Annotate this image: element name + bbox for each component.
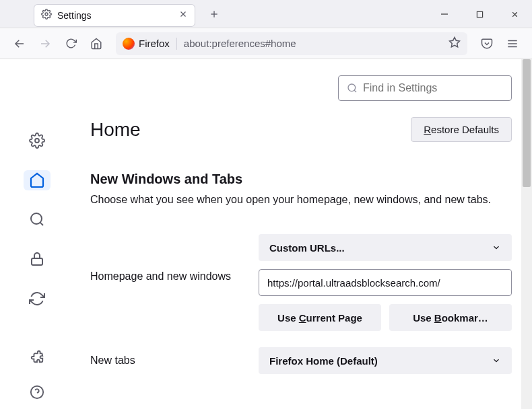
use-bookmark-button[interactable]: Use Bookmar… (389, 304, 512, 331)
minimize-button[interactable] (427, 0, 462, 28)
app-menu-button[interactable] (501, 32, 524, 55)
find-input[interactable] (363, 82, 503, 94)
new-tab-button[interactable] (205, 5, 224, 24)
identity-label: Firefox (139, 38, 170, 49)
main-content: Home Restore Defaults New Windows and Ta… (74, 59, 532, 409)
svg-marker-11 (450, 37, 460, 46)
svg-line-22 (354, 90, 356, 92)
pocket-button[interactable] (475, 32, 498, 55)
firefox-icon (123, 38, 135, 50)
page-title: Home (90, 119, 141, 141)
sidebar (0, 59, 74, 409)
scroll-thumb[interactable] (523, 59, 531, 187)
svg-point-15 (35, 139, 39, 143)
section-description: Choose what you see when you open your h… (90, 194, 512, 206)
scrollbar[interactable] (521, 59, 532, 409)
homepage-mode-dropdown[interactable]: Custom URLs... (259, 234, 512, 261)
svg-point-0 (45, 13, 48, 15)
section-title: New Windows and Tabs (90, 172, 512, 187)
tab-title: Settings (57, 10, 178, 21)
home-toolbar-button[interactable] (85, 32, 108, 55)
search-icon (347, 83, 358, 94)
dropdown-value: Firefox Home (Default) (269, 355, 378, 367)
use-current-page-button[interactable]: Use Current Page (259, 304, 381, 331)
window-controls (427, 0, 532, 28)
svg-point-21 (348, 84, 356, 91)
sidebar-item-privacy[interactable] (24, 249, 51, 270)
restore-defaults-button[interactable]: Restore Defaults (411, 117, 512, 142)
close-window-button[interactable] (497, 0, 532, 28)
url-text: about:preferences#home (184, 38, 448, 49)
svg-rect-18 (32, 258, 42, 265)
sidebar-item-sync[interactable] (24, 288, 51, 309)
gear-icon (41, 9, 52, 22)
svg-point-16 (31, 213, 42, 224)
back-button[interactable] (8, 32, 31, 55)
forward-button[interactable] (34, 32, 57, 55)
maximize-button[interactable] (462, 0, 497, 28)
svg-rect-6 (477, 11, 482, 17)
bookmark-star-icon[interactable] (448, 36, 461, 51)
sidebar-item-home[interactable] (24, 170, 51, 191)
sidebar-item-extensions[interactable] (24, 346, 51, 367)
sidebar-item-help[interactable] (24, 381, 51, 402)
close-icon[interactable] (178, 9, 188, 22)
url-bar[interactable]: Firefox about:preferences#home (116, 32, 467, 55)
identity-box[interactable]: Firefox (123, 38, 177, 50)
newtabs-dropdown[interactable]: Firefox Home (Default) (259, 347, 512, 374)
sidebar-item-general[interactable] (24, 131, 51, 151)
homepage-label: Homepage and new windows (90, 234, 245, 283)
toolbar: Firefox about:preferences#home (0, 28, 532, 59)
tab-settings[interactable]: Settings (34, 4, 195, 27)
reload-button[interactable] (59, 32, 82, 55)
chevron-down-icon (492, 356, 501, 365)
newtabs-label: New tabs (90, 355, 245, 367)
svg-line-17 (40, 223, 43, 225)
homepage-url-input[interactable] (259, 269, 512, 296)
sidebar-item-search[interactable] (24, 209, 51, 230)
chevron-down-icon (492, 243, 501, 252)
dropdown-value: Custom URLs... (269, 242, 345, 254)
find-in-settings[interactable] (338, 75, 512, 101)
